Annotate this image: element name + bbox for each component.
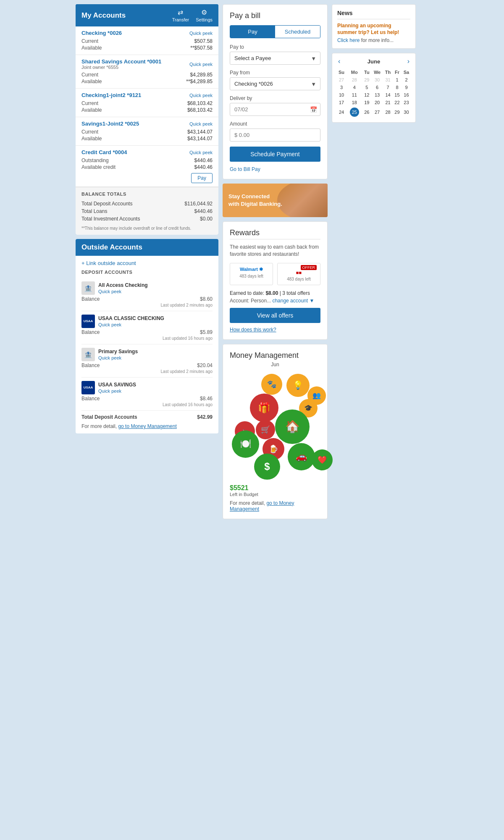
account-checking1-joint2-9121: Checking1-joint2 *9121 Quick peek Curren… — [76, 89, 218, 117]
deliver-by-input[interactable] — [230, 103, 320, 116]
cal-day[interactable]: 15 — [393, 91, 402, 99]
settings-action[interactable]: ⚙ Settings — [196, 8, 213, 22]
view-all-offers-button[interactable]: View all offers — [230, 308, 320, 323]
cal-week-3: 10 11 12 13 14 15 16 — [336, 91, 411, 99]
transfer-action[interactable]: ⇄ Transfer — [172, 8, 189, 22]
quick-peek-link[interactable]: Quick peek — [189, 31, 213, 36]
quick-peek-link[interactable]: Quick peek — [98, 289, 121, 294]
cal-week-4: 17 18 19 20 21 22 23 — [336, 99, 411, 106]
cal-day[interactable]: 28 — [383, 106, 393, 118]
account-name[interactable]: Savings1-Joint2 *0025 — [81, 121, 139, 127]
tab-pay[interactable]: Pay — [230, 26, 275, 38]
stay-connected-banner[interactable]: Stay Connected with Digital Banking. — [223, 184, 328, 217]
account-name[interactable]: Shared Savings Account *0001 — [81, 58, 161, 65]
bubble-cart: 🛒 — [256, 420, 275, 439]
account-name[interactable]: Checking *0026 — [81, 30, 122, 36]
settings-label: Settings — [196, 17, 213, 22]
outside-accounts-title: Outside Accounts — [81, 243, 213, 252]
value: $68,103.42 — [187, 100, 213, 106]
cal-day[interactable]: 21 — [383, 99, 393, 106]
quick-peek-link[interactable]: Quick peek — [189, 93, 213, 98]
cal-day[interactable]: 17 — [336, 99, 346, 106]
quick-peek-link[interactable]: Quick peek — [98, 322, 121, 327]
calendar-prev-button[interactable]: ‹ — [336, 58, 342, 65]
money-management-link[interactable]: go to Money Management — [230, 500, 294, 512]
quick-peek-link[interactable]: Quick peek — [189, 62, 213, 67]
cal-day[interactable]: 14 — [383, 91, 393, 99]
cal-day[interactable]: 3 — [336, 84, 346, 91]
outside-acc-name[interactable]: USAA CLASSIC CHECKING — [98, 315, 164, 321]
outside-acc-name[interactable]: Primary Savings — [98, 349, 138, 354]
total-loans-label: Total Loans — [81, 208, 107, 214]
cal-day[interactable]: 10 — [336, 91, 346, 99]
cal-day[interactable]: 11 — [346, 91, 362, 99]
cal-header-tu: Tu — [362, 68, 372, 76]
click-here-link[interactable]: Click here — [337, 37, 360, 43]
cal-day[interactable]: 9 — [402, 84, 411, 91]
cal-day[interactable]: 7 — [383, 84, 393, 91]
cal-day[interactable]: 16 — [402, 91, 411, 99]
usaa-icon: USAA — [81, 315, 95, 328]
cal-day[interactable]: 23 — [402, 99, 411, 106]
cal-day[interactable]: 24 — [336, 106, 346, 118]
cal-day[interactable]: 12 — [362, 91, 372, 99]
cal-day[interactable]: 30 — [371, 76, 383, 84]
cal-day[interactable]: 29 — [362, 76, 372, 84]
left-column: My Accounts ⇄ Transfer ⚙ Settings C — [76, 4, 218, 433]
outside-accounts-body: + Link outside account DEPOSIT ACCOUNTS … — [76, 256, 218, 433]
last-updated: Last updated 16 hours ago — [81, 336, 213, 341]
cal-day[interactable]: 22 — [393, 99, 402, 106]
calendar-header: ‹ June › — [336, 58, 411, 65]
credit-card-pay-button[interactable]: Pay — [191, 173, 213, 183]
go-money-mgmt-link[interactable]: go to Money Management — [118, 423, 176, 429]
cal-day[interactable]: 18 — [346, 99, 362, 106]
how-does-this-work-link[interactable]: How does this work? — [230, 327, 276, 333]
account-name[interactable]: Checking1-joint2 *9121 — [81, 92, 141, 98]
account-name[interactable]: Credit Card *0004 — [81, 149, 127, 155]
cal-day[interactable]: 6 — [371, 84, 383, 91]
news-body: Click here for more info... — [337, 37, 410, 43]
cal-day[interactable]: 26 — [362, 106, 372, 118]
outside-acc-name[interactable]: USAA SAVINGS — [98, 382, 136, 388]
outside-acc-name[interactable]: All Access Checking — [98, 282, 148, 288]
schedule-payment-button[interactable]: Schedule Payment — [230, 147, 320, 162]
cal-day[interactable]: 27 — [371, 106, 383, 118]
link-outside-account[interactable]: + Link outside account — [81, 260, 213, 266]
value: $440.46 — [194, 164, 213, 170]
account-sub: Joint owner *6555 — [81, 65, 161, 70]
quick-peek-link[interactable]: Quick peek — [98, 355, 121, 360]
deliver-by-label: Deliver by — [230, 95, 320, 101]
amount-input[interactable] — [230, 129, 320, 142]
offer-generic[interactable]: OFFER ■■ 483 days left — [277, 263, 320, 285]
quick-peek-link[interactable]: Quick peek — [189, 150, 213, 155]
cal-day[interactable]: 30 — [402, 106, 411, 118]
calendar-next-button[interactable]: › — [406, 58, 411, 65]
cal-day[interactable]: 1 — [393, 76, 402, 84]
cal-day-today[interactable]: 25 — [346, 106, 362, 118]
cal-day[interactable]: 4 — [346, 84, 362, 91]
cal-day[interactable]: 29 — [393, 106, 402, 118]
change-account-link[interactable]: change account ▼ — [272, 298, 314, 304]
walmart-days: 483 days left — [234, 274, 269, 278]
tab-scheduled[interactable]: Scheduled — [275, 26, 320, 38]
quick-peek-link[interactable]: Quick peek — [98, 388, 121, 394]
outside-total-value: $42.99 — [197, 414, 213, 420]
cal-day[interactable]: 13 — [371, 91, 383, 99]
rewards-card: Rewards The easiest way to earn cash bac… — [223, 221, 328, 340]
quick-peek-link[interactable]: Quick peek — [189, 121, 213, 126]
label: Available — [81, 136, 102, 142]
cal-day[interactable]: 19 — [362, 99, 372, 106]
go-to-bill-pay-link[interactable]: Go to Bill Pay — [230, 166, 260, 172]
pay-to-select[interactable]: Select a Payee — [230, 52, 320, 65]
rewards-title: Rewards — [230, 228, 320, 237]
cal-day[interactable]: 31 — [383, 76, 393, 84]
cal-day[interactable]: 27 — [336, 76, 346, 84]
cal-day[interactable]: 28 — [346, 76, 362, 84]
cal-day[interactable]: 8 — [393, 84, 402, 91]
cal-day[interactable]: 5 — [362, 84, 372, 91]
cal-day[interactable]: 20 — [371, 99, 383, 106]
offer-walmart[interactable]: Walmart ✱ 483 days left — [230, 263, 273, 285]
pay-from-select[interactable]: Checking *0026 — [230, 77, 320, 90]
cal-day[interactable]: 2 — [402, 76, 411, 84]
outside-accounts-section: Outside Accounts + Link outside account … — [76, 239, 218, 433]
